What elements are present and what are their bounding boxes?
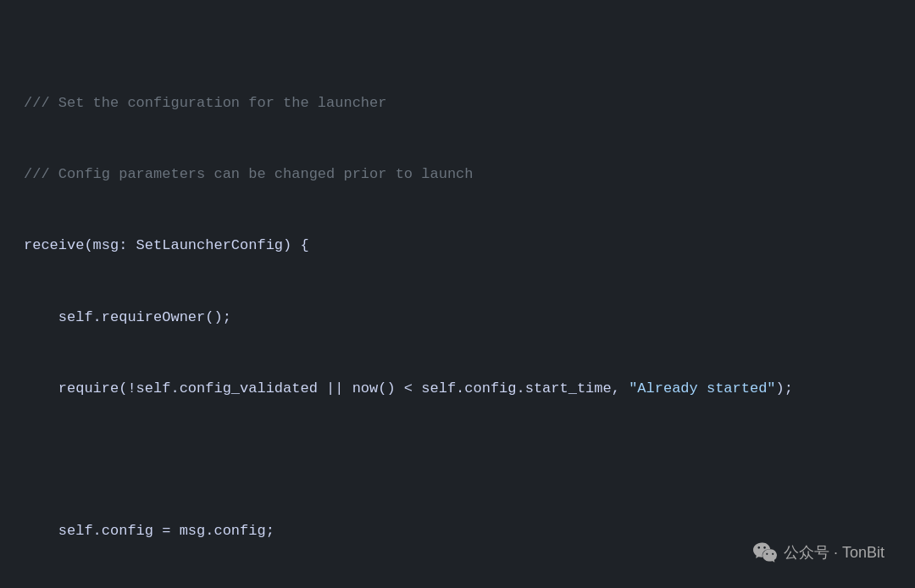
code-line-1: /// Set the configuration for the launch…: [24, 92, 891, 115]
watermark-text: 公众号 · TonBit: [784, 542, 884, 563]
code-line-2: /// Config parameters can be changed pri…: [24, 163, 891, 186]
code-block: /// Set the configuration for the launch…: [24, 20, 891, 588]
watermark: 公众号 · TonBit: [753, 541, 884, 564]
code-line-7: self.config = msg.config;: [24, 519, 891, 543]
code-line-4: self.requireOwner();: [24, 306, 891, 330]
wechat-icon: [753, 541, 777, 564]
code-line-5: require(!self.config_validated || now() …: [24, 377, 891, 401]
wechat-svg-path: [753, 541, 777, 564]
code-line-3: receive(msg: SetLauncherConfig) {: [24, 234, 891, 258]
code-container: /// Set the configuration for the launch…: [0, 0, 915, 588]
code-line-6: [24, 448, 891, 472]
